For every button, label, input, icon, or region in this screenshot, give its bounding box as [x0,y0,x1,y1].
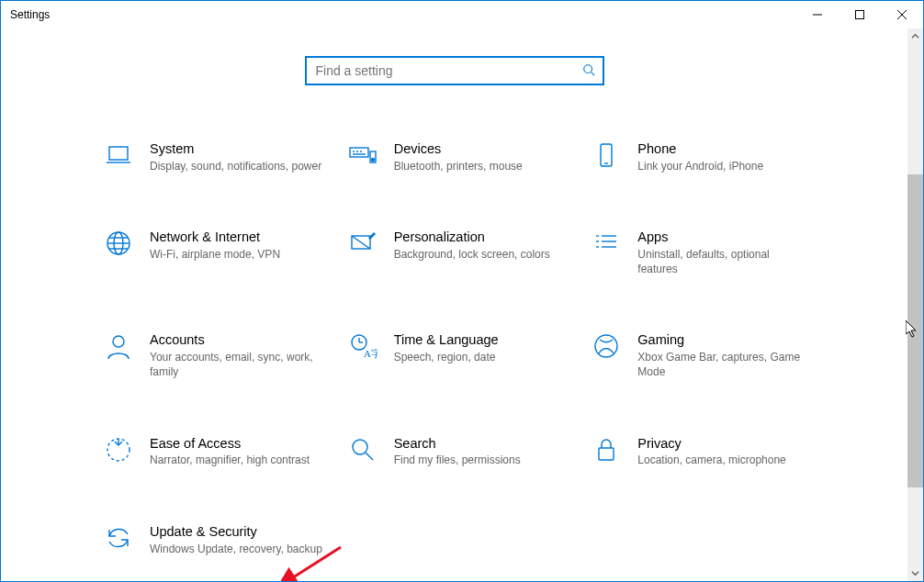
category-desc: Bluetooth, printers, mouse [394,160,523,174]
category-accounts[interactable]: Accounts Your accounts, email, sync, wor… [102,331,328,379]
category-desc: Display, sound, notifications, power [150,160,321,174]
window-controls [796,1,923,28]
content-area: System Display, sound, notifications, po… [1,28,907,581]
person-icon [102,331,135,364]
svg-line-5 [591,72,594,75]
minimize-button[interactable] [796,1,839,28]
category-phone[interactable]: Phone Link your Android, iPhone [590,140,816,173]
category-desc: Xbox Game Bar, captures, Game Mode [637,351,812,379]
category-title: Accounts [150,331,324,349]
category-desc: Speech, region, date [394,351,499,365]
category-personalization[interactable]: Personalization Background, lock screen,… [346,229,572,276]
svg-rect-6 [109,147,128,160]
svg-rect-8 [350,148,368,157]
category-title: Apps [637,229,812,246]
svg-point-14 [371,159,374,162]
category-grid: System Display, sound, notifications, po… [1,140,907,556]
svg-rect-1 [856,11,864,19]
sync-icon [102,523,135,556]
category-ease-of-access[interactable]: Ease of Access Narrator, magnifier, high… [102,435,328,468]
window-title: Settings [10,8,50,21]
category-desc: Background, lock screen, colors [394,248,550,263]
svg-point-4 [583,64,592,73]
category-desc: Uninstall, defaults, optional features [637,248,812,276]
category-system[interactable]: System Display, sound, notifications, po… [102,140,328,173]
category-title: Gaming [637,331,812,349]
category-search[interactable]: Search Find my files, permissions [346,435,572,468]
list-icon [590,229,623,262]
category-desc: Link your Android, iPhone [637,160,763,174]
search-box[interactable] [305,56,604,85]
category-desc: Wi-Fi, airplane mode, VPN [150,248,280,263]
category-update-security[interactable]: Update & Security Windows Update, recove… [102,523,328,556]
category-devices[interactable]: Devices Bluetooth, printers, mouse [346,140,572,173]
magnifier-icon [346,435,379,468]
svg-rect-39 [599,448,614,460]
category-title: Personalization [394,229,550,246]
search-icon [582,63,595,79]
close-button[interactable] [881,1,923,28]
category-desc: Your accounts, email, sync, work, family [150,351,324,379]
scrollbar-thumb[interactable] [907,174,923,487]
ease-of-access-icon [102,435,135,468]
vertical-scrollbar[interactable] [907,28,923,581]
svg-point-37 [353,440,367,454]
maximize-button[interactable] [839,1,881,28]
scroll-up-icon[interactable] [907,28,923,44]
category-title: Network & Internet [150,229,280,246]
globe-icon [102,229,135,262]
category-gaming[interactable]: Gaming Xbox Game Bar, captures, Game Mod… [590,331,816,379]
paint-icon [346,229,379,262]
lock-icon [590,435,623,468]
category-title: Time & Language [394,331,499,349]
category-time-language[interactable]: A字 Time & Language Speech, region, date [346,331,572,379]
settings-window: Settings [0,0,924,582]
category-privacy[interactable]: Privacy Location, camera, microphone [590,435,816,468]
titlebar: Settings [1,1,923,28]
search-input[interactable] [314,62,582,79]
keyboard-speaker-icon [346,140,379,173]
category-title: Search [394,435,521,453]
category-title: Update & Security [150,523,322,541]
category-desc: Location, camera, microphone [637,453,785,468]
laptop-icon [102,140,135,173]
scroll-down-icon[interactable] [907,565,923,581]
category-desc: Find my files, permissions [394,453,521,468]
svg-point-30 [113,336,124,347]
svg-line-23 [352,236,370,249]
xbox-icon [590,331,623,364]
clock-language-icon: A字 [346,331,379,364]
svg-text:A字: A字 [364,348,377,359]
svg-point-35 [595,335,617,357]
category-title: System [150,140,321,158]
category-desc: Narrator, magnifier, high contrast [150,453,310,468]
category-title: Phone [637,140,763,158]
category-title: Devices [394,140,523,158]
category-title: Privacy [637,435,785,453]
category-desc: Windows Update, recovery, backup [150,543,322,557]
category-apps[interactable]: Apps Uninstall, defaults, optional featu… [590,229,816,276]
scrollbar-track[interactable] [907,44,923,565]
category-network[interactable]: Network & Internet Wi-Fi, airplane mode,… [102,229,328,276]
category-title: Ease of Access [150,435,310,453]
svg-line-38 [366,453,373,460]
phone-icon [590,140,623,173]
